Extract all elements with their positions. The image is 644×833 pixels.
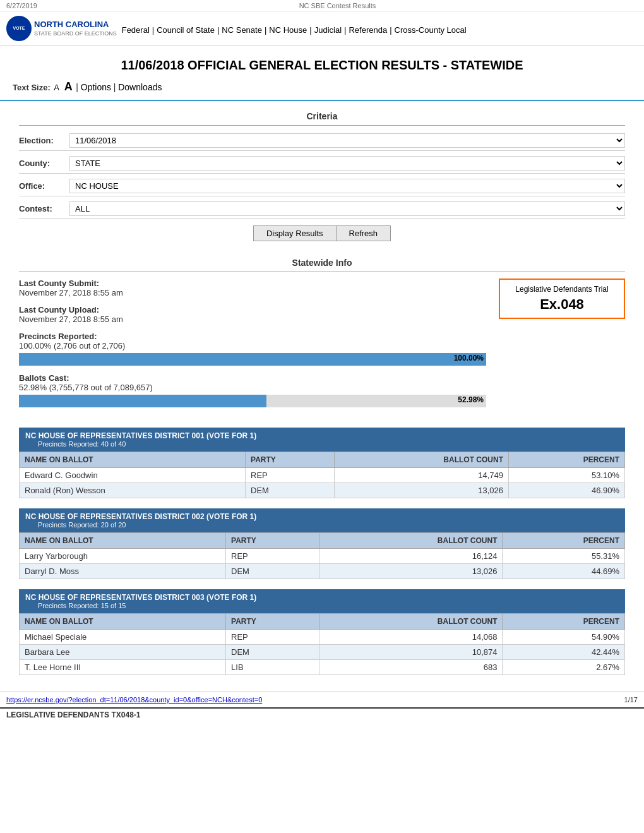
trial-exhibit-box: Legislative Defendants Trial Ex.048 <box>499 279 625 319</box>
nav-nc-house[interactable]: NC House <box>269 25 307 35</box>
candidate-name: Darryl D. Moss <box>20 564 226 579</box>
precincts-progress-container: 100.00% <box>19 353 486 366</box>
ballots-cast-value: 52.98% (3,755,778 out of 7,089,657) <box>19 383 486 392</box>
district-002-header: NC HOUSE OF REPRESENTATIVES DISTRICT 002… <box>19 508 625 532</box>
browser-date: 6/27/2019 <box>6 2 37 9</box>
precincts-reported-value: 100.00% (2,706 out of 2,706) <box>19 341 486 351</box>
candidate-party: REP <box>226 630 319 645</box>
candidate-party: DEM <box>226 564 319 579</box>
district-002-title: NC HOUSE OF REPRESENTATIVES DISTRICT 002… <box>25 512 619 521</box>
ballots-progress-container: 52.98% <box>19 395 486 407</box>
col-name: NAME ON BALLOT <box>20 614 226 630</box>
candidate-name: Edward C. Goodwin <box>20 468 246 483</box>
candidate-percent: 54.90% <box>503 630 625 645</box>
table-header-row: NAME ON BALLOT PARTY BALLOT COUNT PERCEN… <box>20 614 625 630</box>
office-row: Office: NC HOUSE <box>19 176 625 196</box>
district-001-table: NAME ON BALLOT PARTY BALLOT COUNT PERCEN… <box>19 452 625 498</box>
nav-sep-3: | <box>265 25 266 35</box>
candidate-name: Larry Yarborough <box>20 549 226 564</box>
last-county-upload-label: Last County Upload: <box>19 305 486 315</box>
logo-nav-area: VOTE NORTH CAROLINA STATE BOARD OF ELECT… <box>6 16 467 41</box>
candidate-name: Michael Speciale <box>20 630 226 645</box>
col-percent: PERCENT <box>508 452 624 468</box>
district-003-header: NC HOUSE OF REPRESENTATIVES DISTRICT 003… <box>19 589 625 613</box>
precincts-reported-label: Precincts Reported: <box>19 332 486 341</box>
page-title: 11/06/2018 OFFICIAL GENERAL ELECTION RES… <box>13 52 631 78</box>
nav-referenda[interactable]: Referenda <box>349 25 387 35</box>
candidate-name: Ronald (Ron) Wesson <box>20 483 246 498</box>
page-title-section: 11/06/2018 OFFICIAL GENERAL ELECTION RES… <box>0 45 644 101</box>
footer-url[interactable]: https://er.ncsbe.gov/?election_dt=11/06/… <box>6 696 262 704</box>
text-size-big[interactable]: A <box>64 80 73 93</box>
candidate-name: Barbara Lee <box>20 645 226 660</box>
table-row: Michael Speciale REP 14,068 54.90% <box>20 630 625 645</box>
refresh-button[interactable]: Refresh <box>337 225 391 241</box>
exhibit-label: Ex.048 <box>505 296 619 313</box>
county-label: County: <box>19 159 69 168</box>
nav-cross-county-local[interactable]: Cross-County Local <box>395 25 467 35</box>
candidate-ballot-count: 16,124 <box>319 549 503 564</box>
nav-links: Federal | Council of State | NC Senate |… <box>122 23 467 35</box>
nav-council-of-state[interactable]: Council of State <box>157 25 215 35</box>
nav-sep-5: | <box>344 25 346 35</box>
ballots-progress-label: 52.98% <box>458 395 484 404</box>
candidate-party: LIB <box>226 660 319 675</box>
county-row: County: STATE <box>19 153 625 174</box>
ballots-cast-label: Ballots Cast: <box>19 373 486 383</box>
criteria-section: Criteria Election: 11/06/2018 County: ST… <box>0 101 644 248</box>
display-results-button[interactable]: Display Results <box>253 225 337 241</box>
district-003-table: NAME ON BALLOT PARTY BALLOT COUNT PERCEN… <box>19 613 625 675</box>
contest-label: Contest: <box>19 204 69 213</box>
candidate-percent: 55.31% <box>503 549 625 564</box>
col-party: PARTY <box>226 533 319 549</box>
last-county-submit-label: Last County Submit: <box>19 279 486 288</box>
candidate-party: DEM <box>226 645 319 660</box>
options-link[interactable]: Options <box>81 82 111 92</box>
district-003-title: NC HOUSE OF REPRESENTATIVES DISTRICT 003… <box>25 593 619 602</box>
candidate-ballot-count: 14,068 <box>319 630 503 645</box>
top-nav-bar: VOTE NORTH CAROLINA STATE BOARD OF ELECT… <box>0 12 644 45</box>
table-row: Darryl D. Moss DEM 13,026 44.69% <box>20 564 625 579</box>
candidate-party: DEM <box>246 483 335 498</box>
col-ballot-count: BALLOT COUNT <box>334 452 508 468</box>
statewide-left: Last County Submit: November 27, 2018 8:… <box>19 279 486 415</box>
col-percent: PERCENT <box>503 533 625 549</box>
county-select[interactable]: STATE <box>69 156 625 171</box>
text-size-small[interactable]: A <box>54 83 59 92</box>
district-001-header: NC HOUSE OF REPRESENTATIVES DISTRICT 001… <box>19 428 625 452</box>
ballots-cast-block: Ballots Cast: 52.98% (3,755,778 out of 7… <box>19 373 486 407</box>
text-size-label: Text Size: <box>13 83 51 92</box>
vote-text: VOTE <box>13 26 25 31</box>
district-003-block: NC HOUSE OF REPRESENTATIVES DISTRICT 003… <box>19 589 625 675</box>
candidate-ballot-count: 13,026 <box>334 483 508 498</box>
ballots-progress-fill <box>19 395 266 407</box>
nav-federal[interactable]: Federal <box>122 25 150 35</box>
election-select[interactable]: 11/06/2018 <box>69 133 625 148</box>
downloads-link[interactable]: Downloads <box>118 82 162 92</box>
logo-circle: VOTE <box>6 16 32 41</box>
col-name: NAME ON BALLOT <box>20 533 226 549</box>
logo-text: NORTH CAROLINA STATE BOARD OF ELECTIONS <box>34 20 117 38</box>
org-subtitle: STATE BOARD OF ELECTIONS <box>34 30 117 38</box>
browser-title: NC SBE Contest Results <box>299 2 376 9</box>
nav-nc-senate[interactable]: NC Senate <box>222 25 262 35</box>
precincts-progress-fill <box>19 353 486 366</box>
district-003-precincts: Precincts Reported: 15 of 15 <box>25 602 619 609</box>
footer-bottom: LEGISLATIVE DEFENDANTS TX048-1 <box>0 707 644 721</box>
statewide-section: Statewide Info Last County Submit: Novem… <box>0 248 644 421</box>
text-size-sep: | <box>76 82 81 92</box>
contest-row: Contest: ALL <box>19 199 625 219</box>
precincts-reported-block: Precincts Reported: 100.00% (2,706 out o… <box>19 332 486 366</box>
candidate-name: T. Lee Horne III <box>20 660 226 675</box>
org-name: NORTH CAROLINA <box>34 20 109 29</box>
district-002-block: NC HOUSE OF REPRESENTATIVES DISTRICT 002… <box>19 508 625 579</box>
contest-select[interactable]: ALL <box>69 201 625 216</box>
results-section: NC HOUSE OF REPRESENTATIVES DISTRICT 001… <box>0 421 644 692</box>
office-select[interactable]: NC HOUSE <box>69 179 625 193</box>
col-ballot-count: BALLOT COUNT <box>319 614 503 630</box>
last-county-submit-value: November 27, 2018 8:55 am <box>19 288 486 297</box>
nav-sep-4: | <box>309 25 311 35</box>
nav-judicial[interactable]: Judicial <box>314 25 342 35</box>
nav-sep-1: | <box>152 25 154 35</box>
trial-label: Legislative Defendants Trial <box>505 285 619 294</box>
